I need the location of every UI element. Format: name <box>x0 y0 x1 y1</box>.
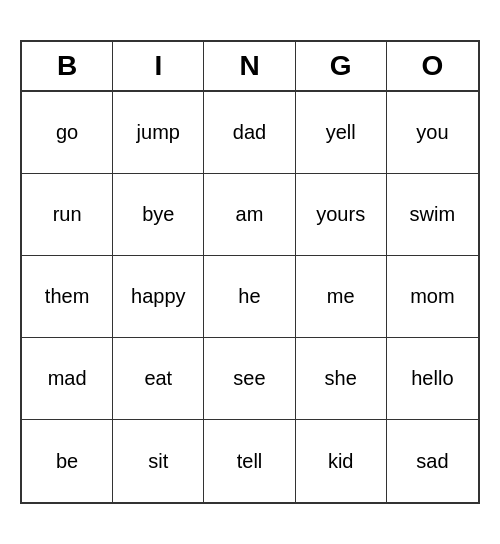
bingo-header-letter: I <box>113 42 204 90</box>
bingo-cell-r0-c1: jump <box>113 92 204 174</box>
bingo-cell-r1-c2: am <box>204 174 295 256</box>
bingo-header-letter: B <box>22 42 113 90</box>
bingo-cell-r4-c3: kid <box>296 420 387 502</box>
bingo-header-letter: G <box>296 42 387 90</box>
bingo-cell-r4-c1: sit <box>113 420 204 502</box>
bingo-cell-r0-c0: go <box>22 92 113 174</box>
bingo-cell-r0-c2: dad <box>204 92 295 174</box>
bingo-cell-r2-c4: mom <box>387 256 478 338</box>
bingo-cell-r3-c4: hello <box>387 338 478 420</box>
bingo-cell-r2-c1: happy <box>113 256 204 338</box>
bingo-cell-r0-c4: you <box>387 92 478 174</box>
bingo-cell-r1-c3: yours <box>296 174 387 256</box>
bingo-header-letter: O <box>387 42 478 90</box>
bingo-cell-r1-c0: run <box>22 174 113 256</box>
bingo-cell-r3-c3: she <box>296 338 387 420</box>
bingo-cell-r4-c2: tell <box>204 420 295 502</box>
bingo-cell-r3-c1: eat <box>113 338 204 420</box>
bingo-cell-r2-c2: he <box>204 256 295 338</box>
bingo-cell-r1-c1: bye <box>113 174 204 256</box>
bingo-cell-r4-c0: be <box>22 420 113 502</box>
bingo-cell-r3-c2: see <box>204 338 295 420</box>
bingo-cell-r3-c0: mad <box>22 338 113 420</box>
bingo-cell-r2-c3: me <box>296 256 387 338</box>
bingo-header: BINGO <box>22 42 478 92</box>
bingo-card: BINGO gojumpdadyellyourunbyeamyoursswimt… <box>20 40 480 504</box>
bingo-cell-r1-c4: swim <box>387 174 478 256</box>
bingo-cell-r2-c0: them <box>22 256 113 338</box>
bingo-cell-r0-c3: yell <box>296 92 387 174</box>
bingo-cell-r4-c4: sad <box>387 420 478 502</box>
bingo-grid: gojumpdadyellyourunbyeamyoursswimthemhap… <box>22 92 478 502</box>
bingo-header-letter: N <box>204 42 295 90</box>
